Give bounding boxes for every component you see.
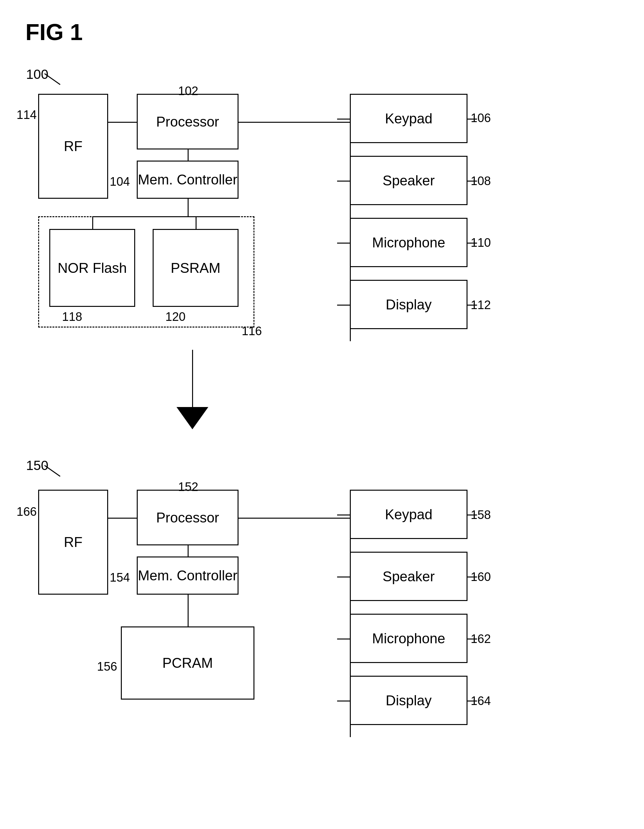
processor-box-2: Processor — [137, 490, 238, 545]
line-mem-pcram-v — [188, 595, 189, 626]
line-nor-v — [92, 216, 93, 229]
line-right-v-2 — [350, 514, 351, 737]
line-right-v-1 — [350, 118, 351, 341]
line-rf-proc-1 — [108, 122, 137, 123]
display-box-1: Display — [350, 280, 467, 329]
line-to-display-2 — [337, 701, 350, 701]
mem-controller-box-2: Mem. Controller — [137, 556, 238, 595]
ref-120: 120 — [166, 310, 185, 324]
mem-controller-box-1: Mem. Controller — [137, 161, 238, 199]
line-proc-right-1 — [238, 122, 350, 123]
line-proc-mem-2 — [188, 545, 189, 556]
ref-154: 154 — [110, 571, 130, 585]
keypad-box-2: Keypad — [350, 490, 467, 539]
ref-116: 116 — [242, 324, 262, 338]
ref-106: 106 — [471, 111, 491, 125]
line-proc-right-2 — [238, 518, 350, 519]
ref-152: 152 — [178, 480, 198, 494]
ref-156: 156 — [97, 660, 117, 673]
processor-box-1: Processor — [137, 94, 238, 150]
fig-label: FIG 1 — [25, 19, 83, 45]
display-box-2: Display — [350, 676, 467, 725]
down-arrow — [173, 350, 212, 439]
rf-box-1: RF — [38, 94, 108, 199]
line-psram-v — [196, 216, 197, 229]
page: FIG 1 100 RF 114 Processor 102 Mem. Cont… — [0, 0, 644, 829]
line-to-speaker — [337, 181, 350, 181]
bracket-speaker-1 — [467, 181, 477, 181]
line-to-keypad-2 — [337, 514, 350, 515]
ref-118: 118 — [62, 310, 82, 324]
line-to-mic-2 — [337, 638, 350, 640]
line-mem-group-1 — [188, 199, 189, 216]
microphone-box-2: Microphone — [350, 614, 467, 663]
line-to-keypad — [337, 118, 350, 120]
line-proc-mem-1 — [188, 150, 189, 161]
speaker-box-2: Speaker — [350, 552, 467, 601]
ref-166: 166 — [17, 505, 36, 519]
bracket-mic-1 — [467, 243, 477, 244]
line-to-mic — [337, 243, 350, 244]
ref-102: 102 — [178, 84, 198, 98]
ref-104: 104 — [110, 175, 130, 189]
pcram-box-2: PCRAM — [121, 626, 254, 700]
psram-box-1: PSRAM — [153, 229, 238, 307]
keypad-box-1: Keypad — [350, 94, 467, 143]
speaker-box-1: Speaker — [350, 156, 467, 205]
line-rf-proc-2 — [108, 518, 137, 519]
nor-flash-box-1: NOR Flash — [49, 229, 135, 307]
microphone-box-1: Microphone — [350, 218, 467, 267]
line-to-display — [337, 305, 350, 306]
bracket-display-2 — [467, 701, 477, 701]
bracket-keypad-2 — [467, 514, 477, 515]
ref-114: 114 — [17, 108, 36, 122]
bracket-speaker-2 — [467, 577, 477, 577]
bracket-display-1 — [467, 305, 477, 306]
rf-box-2: RF — [38, 490, 108, 595]
bracket-mic-2 — [467, 638, 477, 640]
line-mem-nor-h — [92, 216, 188, 217]
line-to-speaker-2 — [337, 577, 350, 577]
bracket-keypad-1 — [467, 118, 477, 120]
